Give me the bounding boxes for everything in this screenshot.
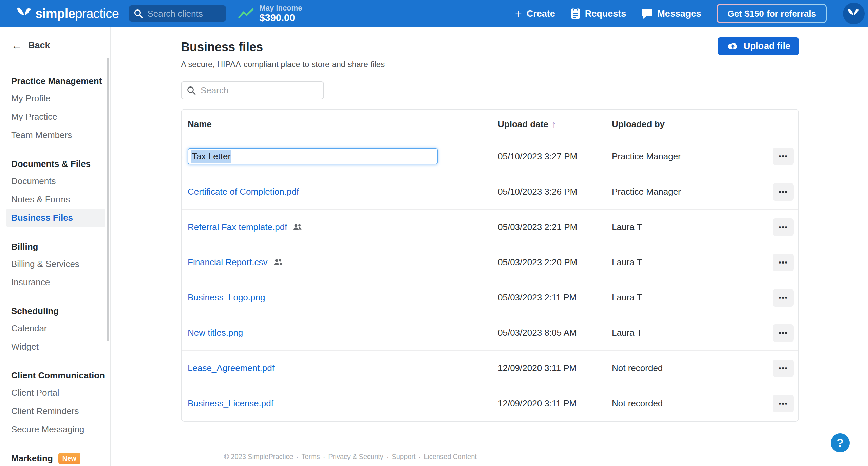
upload-date: 12/09/2020 3:11 PM — [498, 363, 612, 373]
search-icon — [187, 86, 196, 95]
file-name-edit-input[interactable]: Tax Letter — [188, 148, 438, 164]
client-search-box — [129, 5, 226, 22]
file-name-link[interactable]: New titles.png — [188, 328, 243, 338]
section-heading: Documents & Files — [6, 156, 110, 172]
file-search-input[interactable] — [201, 85, 318, 96]
search-icon — [134, 9, 143, 18]
ellipsis-icon: ••• — [779, 294, 788, 302]
upload-date: 05/10/2023 3:27 PM — [498, 151, 612, 162]
row-actions-button[interactable]: ••• — [773, 183, 794, 201]
trend-up-icon — [238, 8, 254, 19]
ellipsis-icon: ••• — [779, 224, 788, 231]
sidebar-section-marketing: Marketing New Public Information — [0, 450, 110, 466]
page-subtitle: A secure, HIPAA-compliant place to store… — [181, 60, 868, 69]
income-label: May income — [259, 4, 302, 12]
column-header-uploaded-by[interactable]: Uploaded by — [612, 119, 772, 130]
section-heading: Scheduling — [6, 303, 110, 319]
column-header-name[interactable]: Name — [188, 119, 498, 130]
row-actions-button[interactable]: ••• — [773, 289, 794, 307]
app-logo-text: simplepractice — [35, 6, 119, 21]
upload-date: 05/03/2023 8:05 AM — [498, 328, 612, 338]
message-bubble-icon — [642, 8, 653, 19]
back-button[interactable]: ← Back — [6, 35, 106, 61]
ellipsis-icon: ••• — [779, 153, 788, 160]
sidebar-item-insurance[interactable]: Insurance — [6, 273, 105, 291]
footer-link-privacy-security[interactable]: Privacy & Security — [328, 453, 383, 461]
section-heading: Client Communication — [6, 367, 110, 384]
uploaded-by: Laura T — [612, 222, 772, 232]
upload-date: 05/03/2023 2:21 PM — [498, 222, 612, 232]
top-navbar: simplepractice May income $390.00 + Crea… — [0, 0, 868, 27]
referral-button[interactable]: Get $150 for referrals — [717, 4, 827, 23]
sidebar-section-practice-management: Practice Management My Profile My Practi… — [0, 73, 110, 144]
sidebar-item-widget[interactable]: Widget — [6, 337, 105, 356]
shared-people-icon — [273, 259, 283, 266]
footer-link-support[interactable]: Support — [392, 453, 415, 461]
ellipsis-icon: ••• — [779, 259, 788, 266]
row-actions-button[interactable]: ••• — [773, 218, 794, 236]
main-content: Business files A secure, HIPAA-compliant… — [111, 27, 868, 466]
file-name-link[interactable]: Business_Logo.png — [188, 292, 265, 303]
file-search-box — [181, 81, 324, 99]
uploaded-by: Not recorded — [612, 363, 772, 373]
column-header-upload-date[interactable]: Upload date ↑ — [498, 119, 612, 130]
footer-link-licensed-content[interactable]: Licensed Content — [424, 453, 477, 461]
uploaded-by: Laura T — [612, 257, 772, 268]
row-actions-button[interactable]: ••• — [773, 148, 794, 165]
uploaded-by: Practice Manager — [612, 151, 772, 162]
section-heading: Billing — [6, 238, 110, 255]
copyright-text: © 2023 SimplePractice — [224, 453, 293, 461]
help-button[interactable]: ? — [831, 433, 850, 452]
uploaded-by: Laura T — [612, 328, 772, 338]
sidebar-scrollbar-thumb[interactable] — [107, 58, 109, 341]
client-search-input[interactable] — [147, 8, 221, 19]
table-row: Certificate of Completion.pdf 05/10/2023… — [182, 174, 798, 209]
sidebar-item-team-members[interactable]: Team Members — [6, 126, 105, 144]
sidebar-item-my-profile[interactable]: My Profile — [6, 89, 105, 108]
ellipsis-icon: ••• — [779, 329, 788, 337]
footer-link-terms[interactable]: Terms — [301, 453, 320, 461]
file-name-link[interactable]: Business_License.pdf — [188, 398, 273, 409]
requests-icon — [571, 8, 580, 19]
sidebar-item-client-portal[interactable]: Client Portal — [6, 384, 105, 402]
file-name-link[interactable]: Certificate of Completion.pdf — [188, 187, 299, 197]
file-name-link[interactable]: Lease_Agreement.pdf — [188, 363, 275, 373]
ellipsis-icon: ••• — [779, 365, 788, 372]
upload-date: 05/03/2023 2:11 PM — [498, 292, 612, 303]
table-row: Lease_Agreement.pdf 12/09/2020 3:11 PM N… — [182, 350, 798, 386]
table-row: Business_License.pdf 12/09/2020 3:11 PM … — [182, 386, 798, 421]
section-heading: Practice Management — [6, 73, 110, 89]
table-row: Tax Letter 05/10/2023 3:27 PM Practice M… — [182, 139, 798, 174]
sidebar-item-billing-services[interactable]: Billing & Services — [6, 255, 105, 273]
sidebar-item-secure-messaging[interactable]: Secure Messaging — [6, 420, 105, 439]
settings-sidebar: ← Back Practice Management My Profile My… — [0, 27, 111, 466]
sidebar-item-business-files[interactable]: Business Files — [6, 209, 105, 227]
row-actions-button[interactable]: ••• — [773, 324, 794, 342]
sidebar-item-notes-forms[interactable]: Notes & Forms — [6, 190, 105, 209]
income-value: $390.00 — [259, 12, 302, 23]
butterfly-avatar-icon — [848, 8, 860, 19]
section-heading: Marketing New — [6, 450, 110, 466]
sidebar-item-calendar[interactable]: Calendar — [6, 319, 105, 337]
file-name-link[interactable]: Referral Fax template.pdf — [188, 222, 287, 232]
requests-button[interactable]: Requests — [571, 8, 626, 19]
sidebar-section-client-communication: Client Communication Client Portal Clien… — [0, 367, 110, 439]
row-actions-button[interactable]: ••• — [773, 395, 794, 412]
upload-file-button[interactable]: Upload file — [718, 37, 799, 55]
row-actions-button[interactable]: ••• — [773, 254, 794, 271]
table-row: Financial Report.csv 05/03/2023 2:20 PM … — [182, 245, 798, 280]
ellipsis-icon: ••• — [779, 188, 788, 196]
sidebar-item-client-reminders[interactable]: Client Reminders — [6, 402, 105, 420]
page-footer: © 2023 SimplePractice · Terms · Privacy … — [224, 453, 477, 461]
sidebar-item-my-practice[interactable]: My Practice — [6, 108, 105, 126]
file-name-link[interactable]: Financial Report.csv — [188, 257, 268, 268]
sidebar-item-documents[interactable]: Documents — [6, 172, 105, 190]
income-summary[interactable]: May income $390.00 — [238, 4, 302, 24]
new-badge: New — [58, 453, 80, 464]
messages-button[interactable]: Messages — [642, 8, 701, 19]
row-actions-button[interactable]: ••• — [773, 360, 794, 377]
create-button[interactable]: + Create — [515, 8, 555, 19]
app-logo[interactable]: simplepractice — [17, 6, 119, 21]
table-row: Referral Fax template.pdf 05/03/2023 2:2… — [182, 209, 798, 245]
account-avatar[interactable] — [843, 3, 865, 24]
